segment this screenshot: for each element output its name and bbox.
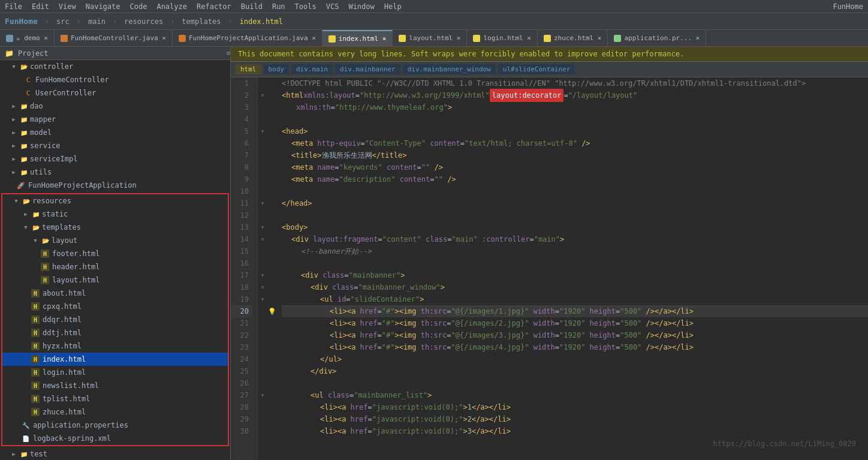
fold-marker-27[interactable]: ▼	[261, 392, 264, 398]
folder-icon-service: 📁	[20, 142, 28, 150]
menu-tools[interactable]: Tools	[295, 2, 317, 11]
warning-text: This document contains very long lines. …	[238, 50, 684, 58]
menu-refactor[interactable]: Refactor	[197, 2, 231, 11]
arrow-serviceimpl: ▶	[10, 155, 18, 163]
xml-icon-logback: 📄	[22, 434, 30, 443]
menu-vcs[interactable]: VCS	[326, 2, 339, 11]
line-num-25: 25	[231, 365, 252, 377]
sidebar-item-static[interactable]: ▶ 📁 static	[2, 208, 228, 221]
arrow-service: ▶	[10, 142, 18, 150]
breadcrumb-div-main[interactable]: div.main	[291, 64, 333, 74]
breadcrumb-ul-slidecontainer[interactable]: ul#slideContainer	[498, 64, 575, 74]
tab-login-html[interactable]: login.html ×	[467, 30, 537, 46]
code-editor[interactable]: 1 2 3 4 5 6 7 8 9 10 11 12 13 14 15 16 1…	[231, 77, 868, 460]
sidebar-item-layout-html[interactable]: H layout.html	[2, 273, 228, 287]
tab-application-properties[interactable]: application.pr... ×	[608, 30, 706, 46]
sidebar-item-ddtj-html[interactable]: H ddtj.html	[2, 326, 228, 339]
code-line-19: <ul id="slideContainer">	[282, 293, 868, 305]
breadcrumb-div-mainbanner[interactable]: div.mainbanner	[335, 64, 400, 74]
bulb-2	[267, 89, 277, 101]
breadcrumb-body[interactable]: body	[264, 64, 290, 74]
folder-icon-templates: 📂	[32, 223, 40, 231]
sidebar[interactable]: 📁 Project ⚙ ▼ 📂 controller C FunHomeCont…	[0, 47, 231, 460]
code-content[interactable]: <!DOCTYPE html PUBLIC "-//W3C//DTD XHTML…	[277, 77, 868, 460]
breadcrumb-html[interactable]: html	[236, 64, 261, 74]
sidebar-item-header-html[interactable]: H header.html	[2, 260, 228, 273]
breadcrumb-resources[interactable]: resources	[124, 17, 163, 26]
line-num-11: 11	[231, 197, 252, 209]
sidebar-item-index-html[interactable]: H index.html	[2, 353, 228, 366]
sidebar-item-tplist-html[interactable]: H tplist.html	[2, 392, 228, 405]
menu-edit[interactable]: Edit	[32, 2, 49, 11]
code-line-7: <title>渔我所乐生活网</title>	[282, 149, 868, 161]
sidebar-item-resources[interactable]: ▼ 📂 resources	[2, 194, 228, 208]
sidebar-item-hyzx-html[interactable]: H hyzx.html	[2, 339, 228, 353]
breadcrumb-div-mainbanner-window[interactable]: div.mainbanner_window	[403, 64, 496, 74]
line-num-12: 12	[231, 209, 252, 221]
breadcrumb-file[interactable]: index.html	[240, 17, 283, 26]
fold-marker-17[interactable]: ▼	[261, 272, 264, 278]
tab-funhomeprojectapplication[interactable]: FunHomeProjectApplication.java ×	[173, 30, 323, 46]
sidebar-item-test[interactable]: ▶ 📁 test	[0, 447, 230, 460]
sidebar-item-templates[interactable]: ▼ 📂 templates	[2, 221, 228, 234]
sidebar-item-dao[interactable]: ▶ 📁 dao	[0, 100, 230, 113]
bulb-20[interactable]: 💡	[267, 305, 277, 317]
sidebar-item-cpxq-html[interactable]: H cpxq.html	[2, 300, 228, 313]
sidebar-item-logback-xml[interactable]: 📄 logback-spring.xml	[2, 432, 228, 445]
menu-run[interactable]: Run	[272, 2, 285, 11]
menu-help[interactable]: Help	[384, 2, 402, 11]
sidebar-item-about-html[interactable]: H about.html	[2, 287, 228, 300]
sidebar-item-app-properties[interactable]: 🔧 application.properties	[2, 419, 228, 432]
menu-file[interactable]: File	[5, 2, 22, 11]
menu-code[interactable]: Code	[130, 2, 147, 11]
sidebar-item-serviceimpl[interactable]: ▶ 📁 serviceImpl	[0, 152, 230, 166]
breadcrumb-main[interactable]: main	[88, 17, 106, 26]
settings-icon[interactable]: ⚙	[226, 49, 230, 57]
sidebar-item-service[interactable]: ▶ 📁 service	[0, 139, 230, 152]
funhomeprojectapp-label: FunHomeProjectApplication	[28, 181, 137, 190]
fold-marker-13[interactable]: ▼	[261, 224, 264, 230]
tab-index-html[interactable]: index.html ×	[323, 30, 393, 46]
menu-build[interactable]: Build	[241, 2, 263, 11]
tab-layout-html[interactable]: layout.html ×	[393, 30, 467, 46]
sidebar-item-zhuce-html[interactable]: H zhuce.html	[2, 405, 228, 419]
tab-zhuce-html[interactable]: zhuce.html ×	[538, 30, 608, 46]
menu-view[interactable]: View	[59, 2, 76, 11]
bulb-13	[267, 221, 277, 233]
sidebar-item-funhomeprojectapp[interactable]: 🚀 FunHomeProjectApplication	[0, 179, 230, 192]
sidebar-project-header[interactable]: 📁 Project ⚙	[0, 47, 230, 60]
sidebar-item-usercontroller[interactable]: C UserController	[0, 86, 230, 100]
fold-marker-19[interactable]: ▼	[261, 296, 264, 302]
folder-icon-controller: 📂	[20, 62, 28, 71]
line-num-23: 23	[231, 341, 252, 353]
tab-demo[interactable]: ☕ demo ×	[0, 30, 55, 46]
sidebar-item-layout-folder[interactable]: ▼ 📂 layout	[2, 234, 228, 247]
fold-marker-14[interactable]: ▼	[261, 236, 264, 242]
sidebar-item-footer-html[interactable]: H footer.html	[2, 247, 228, 260]
menu-window[interactable]: Window	[348, 2, 374, 11]
fold-marker-2[interactable]: ▼	[261, 92, 264, 98]
fold-marker-11[interactable]: ▼	[261, 200, 264, 206]
folder-icon-layout: 📂	[41, 236, 50, 245]
arrow-dao: ▶	[10, 102, 18, 110]
folder-icon-model: 📁	[20, 128, 28, 137]
sidebar-item-mapper[interactable]: ▶ 📁 mapper	[0, 113, 230, 126]
sidebar-item-newslist-html[interactable]: H newslist.html	[2, 379, 228, 392]
fold-marker-18[interactable]: ▼	[261, 284, 264, 290]
sidebar-item-ddqr-html[interactable]: H ddqr.html	[2, 313, 228, 326]
sidebar-item-funhomecontroller[interactable]: C FunHomeController	[0, 73, 230, 86]
html-icon-ddqr: H	[31, 315, 40, 324]
menu-navigate[interactable]: Navigate	[86, 2, 120, 11]
sidebar-item-login-html[interactable]: H login.html	[2, 366, 228, 379]
tab-funhomecontroller[interactable]: FunHomeController.java ×	[55, 30, 173, 46]
tab-zhuce-html-label: zhuce.html ×	[554, 34, 601, 42]
code-line-20: <li><a href="#"><img th:src="@{/images/1…	[282, 305, 868, 317]
sidebar-item-controller[interactable]: ▼ 📂 controller	[0, 60, 230, 73]
sidebar-item-model[interactable]: ▶ 📁 model	[0, 126, 230, 139]
line-numbers: 1 2 3 4 5 6 7 8 9 10 11 12 13 14 15 16 1…	[231, 77, 258, 460]
fold-marker-5[interactable]: ▼	[261, 128, 264, 134]
breadcrumb-templates[interactable]: templates	[182, 17, 221, 26]
sidebar-item-utils[interactable]: ▶ 📁 utils	[0, 166, 230, 179]
breadcrumb-src[interactable]: src	[56, 17, 70, 26]
menu-analyze[interactable]: Analyze	[156, 2, 187, 11]
